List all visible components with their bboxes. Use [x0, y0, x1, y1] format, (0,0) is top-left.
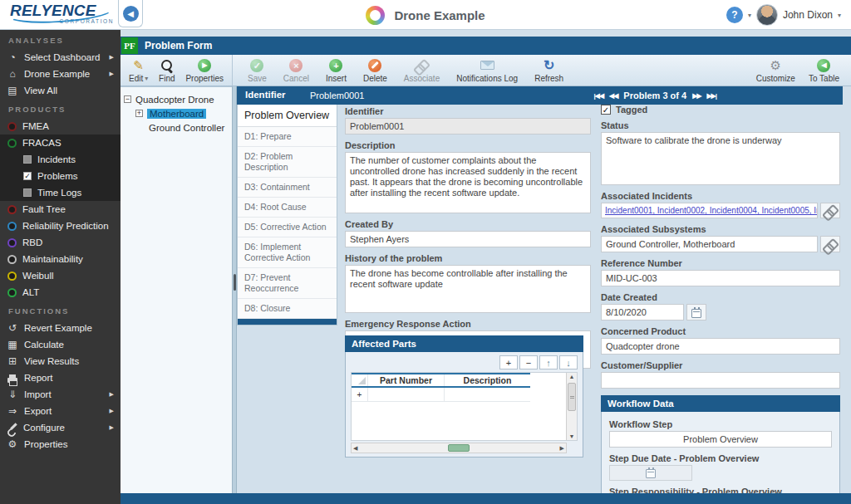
customize-button[interactable]: ⚙ Customize	[756, 57, 795, 86]
sidebar-item-rbd[interactable]: RBD	[0, 234, 121, 251]
step-due-date-field[interactable]	[609, 465, 692, 481]
notifications-log-button[interactable]: Notifications Log	[456, 57, 518, 86]
sidebar-item-view-all[interactable]: ▤ View All	[0, 82, 121, 99]
next-record-icon[interactable]: ▶▶	[692, 92, 701, 100]
date-created-field[interactable]	[601, 304, 684, 321]
step-d5[interactable]: D5: Corrective Action	[238, 218, 337, 237]
revert-icon: ↺	[7, 322, 18, 334]
date-picker-button[interactable]	[686, 304, 706, 321]
sidebar-item-time-logs[interactable]: Time Logs	[0, 184, 121, 201]
back-arrow-icon[interactable]: ◀	[123, 6, 139, 22]
find-button[interactable]: Find	[159, 57, 175, 86]
sidebar-item-report[interactable]: Report	[0, 369, 121, 386]
created-by-field[interactable]	[345, 231, 591, 247]
sidebar-item-problems[interactable]: ✓ Problems	[0, 168, 121, 184]
sidebar-item-view-results[interactable]: ⊞ View Results	[0, 353, 121, 369]
tree-node-root[interactable]: − Quadcopter Drone	[124, 92, 229, 106]
sidebar-item-drone-example[interactable]: ⌂ Drone Example ▶	[0, 66, 121, 82]
customer-supplier-field[interactable]	[601, 372, 840, 389]
refresh-button[interactable]: ↻ Refresh	[534, 57, 563, 86]
tree-node-ground-controller[interactable]: Ground Controller	[149, 120, 229, 135]
user-caret-icon[interactable]: ▾	[838, 12, 841, 19]
sidebar-item-weibull[interactable]: Weibull	[0, 267, 121, 284]
insert-button[interactable]: + Insert	[326, 57, 347, 86]
avatar[interactable]	[756, 4, 778, 26]
sidebar-item-select-dashboard[interactable]: ◔ Select Dashboard ▶	[0, 49, 121, 66]
help-icon[interactable]: ?	[726, 7, 743, 23]
delete-button[interactable]: Delete	[363, 57, 387, 86]
vertical-scroll-thumb[interactable]	[568, 383, 576, 411]
step-d4[interactable]: D4: Root Cause	[238, 198, 337, 218]
move-row-up-button[interactable]: ↑	[539, 355, 558, 369]
scroll-down-icon[interactable]: ▼	[567, 433, 577, 439]
step-d8[interactable]: D8: Closure	[238, 299, 337, 319]
horizontal-scrollbar[interactable]: ◀ ▶	[351, 443, 567, 453]
sidebar-item-properties[interactable]: ⚙ Properties	[0, 436, 121, 453]
associated-subsystems-field[interactable]	[601, 236, 818, 252]
sidebar-item-import[interactable]: ⇓ Import ▶	[0, 386, 121, 403]
status-field[interactable]: Software to calibrate the drone is under…	[601, 132, 840, 185]
select-all-corner[interactable]	[352, 374, 368, 386]
sidebar-item-fmea[interactable]: FMEA	[0, 118, 121, 135]
history-field[interactable]: The drone has become controllable after …	[345, 265, 591, 313]
reference-number-field[interactable]	[601, 270, 840, 286]
collapse-node-icon[interactable]: −	[124, 95, 131, 103]
sidebar-item-export[interactable]: ⇒ Export ▶	[0, 403, 121, 419]
associate-subsystems-button[interactable]	[820, 236, 840, 252]
part-number-cell[interactable]	[368, 388, 445, 401]
step-d7[interactable]: D7: Prevent Reoccurrence	[238, 268, 337, 299]
table-row[interactable]: +	[352, 388, 530, 402]
previous-record-icon[interactable]: ◀◀	[609, 92, 617, 100]
horizontal-scroll-thumb[interactable]	[448, 444, 470, 452]
identifier-field[interactable]	[345, 118, 591, 135]
sidebar-item-configure[interactable]: Configure ▶	[0, 419, 121, 436]
column-description[interactable]: Description	[445, 374, 530, 386]
scroll-up-icon[interactable]: ▲	[567, 374, 577, 379]
cancel-button[interactable]: × Cancel	[283, 57, 309, 86]
edit-button[interactable]: ✎ Edit▾	[129, 57, 148, 86]
sidebar-item-calculate[interactable]: ▦ Calculate	[0, 336, 121, 353]
last-record-icon[interactable]: ▶▶|	[706, 92, 716, 100]
sidebar-item-revert-example[interactable]: ↺ Revert Example	[0, 320, 121, 336]
remove-row-button[interactable]: −	[519, 355, 538, 369]
incidents-checkbox[interactable]	[23, 155, 32, 164]
concerned-product-field[interactable]	[601, 338, 840, 355]
tree-node-motherboard[interactable]: + Motherboard	[135, 106, 229, 120]
description-cell[interactable]	[445, 388, 530, 401]
step-d3[interactable]: D3: Containment	[238, 178, 337, 198]
description-field[interactable]: The number of customer complaints about …	[345, 152, 591, 213]
associate-incidents-button[interactable]	[820, 203, 840, 218]
step-d1[interactable]: D1: Prepare	[238, 127, 337, 147]
expand-node-icon[interactable]: +	[135, 110, 143, 117]
sidebar-item-incidents[interactable]: Incidents	[0, 151, 121, 168]
vertical-scrollbar[interactable]: ▲ ▼	[566, 373, 577, 440]
column-part-number[interactable]: Part Number	[368, 374, 445, 386]
add-row-button[interactable]: +	[499, 355, 518, 369]
scroll-right-icon[interactable]: ▶	[560, 445, 564, 452]
sidebar-item-alt[interactable]: ALT	[0, 284, 121, 301]
associate-button[interactable]: Associate	[404, 57, 440, 86]
scroll-left-icon[interactable]: ◀	[353, 445, 357, 452]
move-row-down-button[interactable]: ↓	[559, 355, 578, 369]
collapse-menu-tab[interactable]: ◀	[118, 0, 143, 27]
new-row-indicator[interactable]: +	[352, 388, 368, 401]
step-d6[interactable]: D6: Implement Corrective Action	[238, 237, 337, 268]
splitter-grip[interactable]	[234, 274, 236, 291]
help-caret-icon[interactable]: ▾	[748, 12, 751, 19]
step-d2[interactable]: D2: Problem Description	[238, 147, 337, 178]
properties-button[interactable]: ▶ Properties	[185, 57, 224, 86]
workflow-step-field[interactable]	[609, 431, 832, 448]
user-name[interactable]: John Dixon	[783, 9, 833, 21]
tagged-checkbox[interactable]: ✓	[601, 105, 611, 115]
problems-checkbox[interactable]: ✓	[23, 172, 32, 180]
to-table-button[interactable]: ◀ To Table	[809, 57, 839, 86]
sidebar-item-reliability-prediction[interactable]: Reliability Prediction	[0, 218, 121, 234]
save-button[interactable]: ✓ Save	[248, 57, 267, 86]
sidebar-item-fault-tree[interactable]: Fault Tree	[0, 201, 121, 218]
sidebar-item-maintainability[interactable]: Maintainability	[0, 251, 121, 267]
first-record-icon[interactable]: |◀◀	[593, 92, 603, 100]
step-problem-overview[interactable]: Problem Overview	[238, 105, 337, 127]
sidebar-item-fracas[interactable]: FRACAS	[0, 135, 121, 151]
time-logs-checkbox[interactable]	[23, 188, 32, 197]
associated-incidents-links[interactable]: Incident0001, Incident0002, Incident0004…	[601, 203, 818, 218]
